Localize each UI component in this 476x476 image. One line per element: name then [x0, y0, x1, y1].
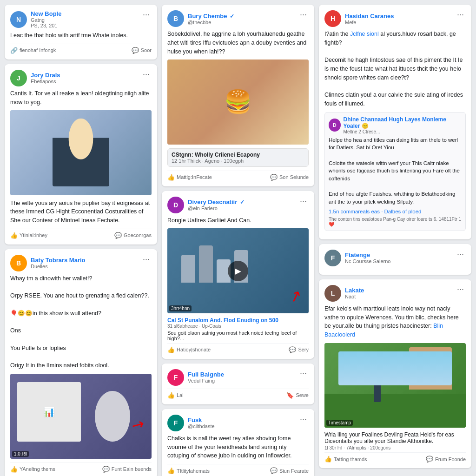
card-header-left: B Bury Chembe ✓ @tnecbbe [167, 10, 234, 27]
image-sub: 1l 30r Fil · 7Almoplis · 200egons [324, 445, 466, 450]
card-footer: 👍 TItlitylahemats 💬 Siun Fearate [167, 464, 309, 474]
avatar: B [10, 255, 27, 271]
more-button[interactable]: ··· [298, 369, 309, 377]
footer-comment[interactable]: 💬 Son Seiunde [270, 174, 309, 181]
footer-comment[interactable]: 💬 Sery [289, 346, 309, 353]
more-button[interactable]: ··· [298, 197, 309, 205]
footer-like[interactable]: 👍 TItlitylahemats [167, 467, 210, 474]
footer-like[interactable]: 👍 Lal [167, 392, 184, 399]
post-text: Cantis It. Tor ve all reake a lean! olde… [10, 89, 152, 107]
user-name[interactable]: Hasidan Caranes [345, 13, 394, 20]
nested-header: D Dhine Channaad Hugh Layes Monleme Yoal… [329, 116, 462, 134]
post-card: N New Bople Gatng PS, 23, 201 ··· Leac t… [5, 5, 157, 60]
footer-left-label: Lal [177, 392, 184, 398]
post-text: Efar kelo's wlh marttioul leats inolo wa… [324, 304, 466, 339]
footer-like[interactable]: 👍 YtinlaI:inhey [10, 232, 47, 239]
footer-comment[interactable]: 💬 Soor [132, 47, 152, 54]
link-preview-info: CStgnn: Wholly Criienei Ecapony 12 1hr T… [168, 149, 308, 166]
user-name[interactable]: Fusk [188, 416, 215, 423]
user-name[interactable]: Jory Drals [31, 72, 60, 79]
more-button[interactable]: ··· [455, 10, 466, 19]
like-icon: 👍 [167, 346, 175, 353]
user-name[interactable]: Lakate [345, 287, 364, 294]
footer-like[interactable]: 👍 YAneltng thems [10, 466, 55, 473]
comment-icon: 💬 [426, 456, 433, 463]
user-name[interactable]: Bury Chembe ✓ [188, 13, 234, 20]
post-image-inner: 📊 1:0:Rll [10, 374, 152, 458]
footer-right-label: Funt Eain buends [112, 466, 152, 472]
post-text: Chalks is is nall the weet rey atles sho… [167, 434, 309, 460]
footer-like[interactable]: 👍 Tatting thamds [324, 456, 367, 463]
footer-left-label: fienohaf Infongk [20, 47, 56, 53]
post-image-inner [10, 110, 152, 195]
user-info: Fusk @cilthdaste [188, 416, 215, 429]
more-button[interactable]: ··· [455, 285, 466, 293]
user-sub: @tnecbbe [188, 20, 234, 25]
user-name[interactable]: Divery Descnatiir ✓ [188, 198, 245, 205]
post-card: J Jory Drals Ebetlaposs ··· Cantis It. T… [5, 64, 157, 245]
post-image: 🍔 [167, 60, 309, 144]
post-text: Rongle Uafires Garliiet And Can. [167, 216, 309, 225]
video-title[interactable]: Cal St Punalom And. Flod Enuding on 500 [167, 317, 309, 324]
avatar: F [167, 369, 184, 386]
comment-icon: 💬 [132, 47, 139, 54]
footer-comment[interactable]: 💬 Frum Foonde [426, 456, 466, 463]
more-button[interactable]: ··· [141, 255, 152, 263]
user-sub: Vedul Faing [188, 378, 224, 383]
save-icon: 🔖 [286, 392, 294, 399]
user-sub2: PS, 23, 201 [31, 23, 61, 28]
footer-comment[interactable]: 💬 Goeconrgas [114, 232, 152, 239]
post-link[interactable]: Jclfne sionl [350, 31, 379, 37]
nested-link[interactable]: 1.5n commareals eas · Dalbes of ploed [329, 209, 421, 214]
user-name[interactable]: Baty Tobrars Mario [31, 257, 86, 264]
card-header-left: H Hasidan Caranes Mefe [324, 10, 394, 27]
avatar: B [167, 10, 184, 27]
more-button[interactable]: ··· [298, 10, 309, 19]
footer-comment[interactable]: 💬 Funt Eain buends [102, 466, 152, 473]
footer-left-label: Hatioy|shonate [177, 347, 211, 352]
footer-like[interactable]: 👍 Mattig:InFecate [167, 174, 212, 181]
more-button[interactable]: ··· [141, 10, 152, 19]
footer-left-label: Mattig:InFecate [177, 174, 212, 180]
card-footer: 👍 YAneltng thems 💬 Funt Eain buends [10, 463, 152, 473]
user-sub: Naot [345, 294, 364, 299]
user-info: Ftatenge Nc Coursse Salerno [345, 251, 390, 264]
nested-user-name[interactable]: Dhine Channaad Hugh Layes Monleme Yoaler… [344, 116, 462, 129]
post-image-inner: ▶ 3hrr4hnn [167, 228, 309, 313]
link-preview-title: CStgnn: Wholly Criienei Ecapony [172, 152, 304, 158]
post-video[interactable]: ▶ 3hrr4hnn ↗ [167, 228, 309, 313]
post-image-inner: Timestamp [324, 343, 466, 428]
post-image-inner: 🍔 [167, 60, 309, 144]
user-name[interactable]: Ftatenge [345, 251, 390, 258]
footer-right-label: Son Seiunde [279, 174, 309, 180]
video-meta: Cal St Punalom And. Flod Enuding on 500 … [167, 317, 309, 341]
more-button[interactable]: ··· [141, 70, 152, 78]
more-button[interactable]: ··· [455, 250, 466, 258]
post-link[interactable]: Blin Baacloolerd [324, 323, 443, 338]
footer-save[interactable]: 🔖 Sewe [286, 392, 309, 399]
footer-share[interactable]: 🔗 fienohaf Infongk [10, 47, 56, 54]
avatar: F [167, 415, 184, 431]
user-info: Baty Tobrars Mario Duelles [31, 257, 86, 269]
post-card: L Lakate Naot ··· Efar kelo's wlh martti… [319, 279, 471, 468]
card-footer: 👍 Mattig:InFecate 💬 Son Seiunde [167, 171, 309, 181]
user-info: Divery Descnatiir ✓ @eln Fariero [188, 198, 245, 211]
post-image: Timestamp [324, 343, 466, 428]
user-name[interactable]: Full Balgnbe [188, 371, 224, 378]
post-text: Leac the that holo with artif tme Whate … [10, 31, 152, 40]
user-name[interactable]: New Bople [31, 10, 61, 17]
card-footer: 🔗 fienohaf Infongk 💬 Soor [10, 44, 152, 54]
user-info: Full Balgnbe Vedul Faing [188, 371, 224, 383]
footer-comment[interactable]: 💬 Siun Fearate [270, 467, 309, 474]
link-preview[interactable]: CStgnn: Wholly Criienei Ecapony 12 1hr T… [167, 148, 309, 167]
play-button[interactable]: ▶ [228, 261, 248, 281]
footer-like[interactable]: 👍 Hatioy|shonate [167, 346, 211, 353]
like-icon: 👍 [10, 466, 18, 473]
footer-right-label: Sewe [296, 392, 309, 398]
more-button[interactable]: ··· [298, 415, 309, 423]
card-footer: 👍 Tatting thamds 💬 Frum Foonde [324, 452, 466, 463]
post-image: 📊 1:0:Rll ↗ [10, 374, 152, 458]
nested-stats: The conten tins oealotoes Pan-g Cay oire… [329, 217, 462, 227]
user-info: Hasidan Caranes Mefe [345, 13, 394, 25]
ons-text: Ons [10, 327, 21, 334]
